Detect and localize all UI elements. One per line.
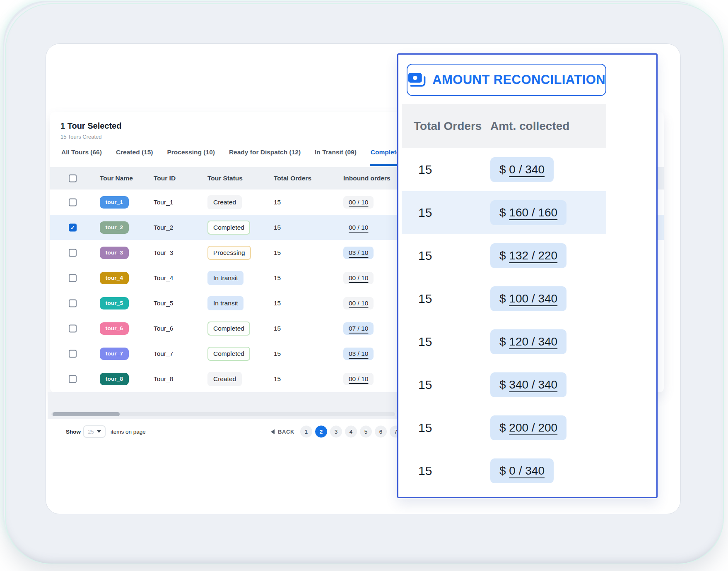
amount-collected-link[interactable]: $ 132 / 220	[490, 243, 566, 268]
show-label: Show	[66, 429, 81, 435]
inbound-orders-link[interactable]: 00 / 10	[343, 297, 374, 309]
reconciliation-row: 15 $ 120 / 340	[402, 320, 606, 363]
inbound-orders-link[interactable]: 00 / 10	[343, 196, 374, 209]
back-label: BACK	[278, 429, 294, 435]
amount-collected-link[interactable]: $ 0 / 340	[490, 157, 554, 182]
panel-body: 15 $ 0 / 340 15 $ 160 / 160 15 $ 132 / 2…	[402, 148, 606, 492]
amount-collected-link[interactable]: $ 340 / 340	[490, 372, 566, 397]
page-button-5[interactable]: 5	[360, 426, 372, 438]
status-pill: In transit	[207, 296, 243, 310]
row-checkbox[interactable]	[69, 249, 77, 257]
currency-symbol: $	[499, 378, 506, 391]
panel-total-orders-cell: 15	[418, 378, 432, 392]
back-button[interactable]: BACK	[271, 429, 294, 435]
tour-id-cell: Tour_1	[154, 199, 173, 206]
panel-total-orders-cell: 15	[418, 163, 432, 177]
tours-created-subtitle: 15 Tours Created	[60, 134, 102, 140]
status-pill: Completed	[207, 321, 250, 336]
total-orders-cell: 15	[274, 249, 281, 257]
panel-column-amt-collected: Amt. collected	[490, 120, 569, 133]
total-orders-cell: 15	[274, 375, 281, 383]
panel-total-orders-cell: 15	[418, 206, 432, 220]
scrollbar-thumb[interactable]	[53, 412, 120, 416]
tour-badge: tour_8	[100, 373, 129, 385]
items-on-page-label: items on page	[111, 429, 146, 435]
tour-badge: tour_7	[100, 348, 129, 360]
tab-in-transit[interactable]: In Transit (09)	[314, 149, 357, 166]
tour-id-cell: Tour_4	[154, 274, 173, 282]
reconciliation-row: 15 $ 200 / 200	[402, 406, 606, 449]
tour-id-cell: Tour_6	[154, 325, 173, 332]
reconciliation-row: 15 $ 160 / 160	[402, 191, 606, 234]
amount-value: 340 / 340	[509, 378, 557, 391]
total-orders-cell: 15	[274, 199, 281, 206]
tour-id-cell: Tour_5	[154, 300, 173, 307]
amount-reconciliation-header[interactable]: AMOUNT RECONCILIATION	[407, 64, 606, 96]
inbound-orders-link[interactable]: 00 / 10	[343, 373, 374, 385]
inbound-orders-link[interactable]: 03 / 10	[343, 247, 374, 259]
tour-badge: tour_4	[100, 272, 129, 284]
amount-collected-link[interactable]: $ 120 / 340	[490, 329, 566, 354]
row-checkbox[interactable]	[69, 274, 77, 282]
tour-id-cell: Tour_8	[154, 375, 173, 383]
amount-collected-link[interactable]: $ 0 / 340	[490, 458, 554, 483]
pagination: 1 2 3 4 5 6 7	[300, 426, 402, 438]
page-button-2[interactable]: 2	[315, 426, 327, 438]
amount-value: 120 / 340	[509, 335, 557, 348]
row-checkbox[interactable]	[69, 299, 77, 307]
page-button-4[interactable]: 4	[345, 426, 357, 438]
reconciliation-row: 15 $ 0 / 340	[402, 148, 606, 191]
row-checkbox[interactable]	[69, 350, 77, 357]
total-orders-cell: 15	[274, 300, 281, 307]
column-header-total-orders: Total Orders	[274, 175, 311, 182]
currency-symbol: $	[499, 292, 506, 305]
amount-value: 200 / 200	[509, 421, 557, 434]
row-checkbox[interactable]	[69, 198, 77, 206]
page-button-6[interactable]: 6	[375, 426, 387, 438]
inbound-orders-link[interactable]: 00 / 10	[343, 221, 374, 234]
row-checkbox[interactable]	[69, 223, 77, 231]
panel-total-orders-cell: 15	[418, 335, 432, 349]
panel-total-orders-cell: 15	[418, 292, 432, 306]
currency-symbol: $	[499, 249, 506, 262]
tab-ready-for-dispatch[interactable]: Ready for Dispatch (12)	[228, 149, 301, 166]
panel-title: AMOUNT RECONCILIATION	[432, 72, 605, 87]
currency-symbol: $	[499, 464, 506, 477]
column-header-tour-name: Tour Name	[100, 175, 133, 182]
device-frame: 1 Tour Selected 15 Tours Created All Tou…	[6, 4, 723, 564]
amount-collected-link[interactable]: $ 200 / 200	[490, 415, 566, 440]
tour-id-cell: Tour_7	[154, 350, 173, 357]
tab-processing[interactable]: Processing (10)	[166, 149, 215, 166]
select-all-checkbox[interactable]	[69, 175, 77, 182]
tour-status-tabs: All Tours (66) Created (15) Processing (…	[60, 149, 418, 166]
tab-created[interactable]: Created (15)	[115, 149, 154, 166]
currency-symbol: $	[499, 163, 506, 176]
amount-collected-link[interactable]: $ 100 / 340	[490, 286, 566, 311]
amount-collected-link[interactable]: $ 160 / 160	[490, 200, 566, 225]
tab-all-tours[interactable]: All Tours (66)	[60, 149, 103, 166]
page-button-1[interactable]: 1	[300, 426, 312, 438]
status-pill: Completed	[207, 221, 250, 235]
reconciliation-row: 15 $ 100 / 340	[402, 277, 606, 320]
page-size-value: 25	[88, 429, 94, 435]
panel-column-total-orders: Total Orders	[414, 120, 482, 133]
inbound-orders-link[interactable]: 00 / 10	[343, 272, 374, 284]
amount-value: 132 / 220	[509, 249, 557, 262]
total-orders-cell: 15	[274, 350, 281, 357]
tour-id-cell: Tour_3	[154, 249, 173, 257]
inbound-orders-link[interactable]: 03 / 10	[343, 348, 374, 360]
tour-badge: tour_6	[100, 322, 129, 335]
tour-badge: tour_3	[100, 247, 129, 259]
payments-icon	[407, 72, 426, 88]
status-pill: Created	[207, 195, 242, 209]
horizontal-scrollbar[interactable]	[51, 412, 395, 416]
currency-symbol: $	[499, 421, 506, 434]
page-button-3[interactable]: 3	[330, 426, 342, 438]
reconciliation-row: 15 $ 0 / 340	[402, 449, 606, 492]
row-checkbox[interactable]	[69, 375, 77, 383]
row-checkbox[interactable]	[69, 324, 77, 332]
amount-reconciliation-panel: AMOUNT RECONCILIATION Total Orders Amt. …	[397, 53, 658, 498]
page-size-select[interactable]: 25	[83, 425, 106, 438]
inbound-orders-link[interactable]: 07 / 10	[343, 322, 374, 335]
total-orders-cell: 15	[274, 274, 281, 282]
